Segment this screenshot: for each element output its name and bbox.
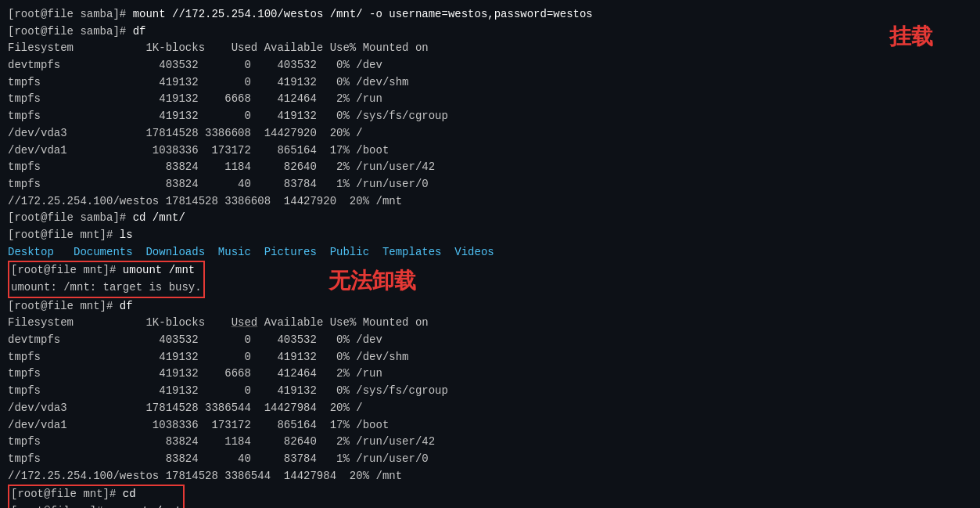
df-tmpfs3: tmpfs 419132 0 419132 0% /sys/fs/cgroup xyxy=(8,108,972,125)
umount-box: [root@file mnt]# umount /mnt umount: /mn… xyxy=(8,261,205,297)
df-vda1-2: /dev/vda1 1038336 173172 865164 17% /boo… xyxy=(8,417,972,434)
cmd-mount: mount //172.25.254.100/westos /mnt/ -o u… xyxy=(133,8,593,20)
df-tmpfs6: tmpfs 419132 0 419132 0% /dev/shm xyxy=(8,349,972,366)
df-vda3-1: /dev/vda3 17814528 3386608 14427920 20% … xyxy=(8,125,972,142)
annotation-wufa: 无法卸载 xyxy=(328,266,416,296)
df-tmpfs2: tmpfs 419132 6668 412464 2% /run xyxy=(8,91,972,108)
terminal: [root@file samba]# mount //172.25.254.10… xyxy=(0,0,980,508)
df-devtmpfs1: devtmpfs 403532 0 403532 0% /dev xyxy=(8,57,972,74)
df-header: Filesystem 1K-blocks Used Available Use%… xyxy=(8,40,972,57)
line-df1: [root@file samba]# df xyxy=(8,23,972,41)
line-df2: [root@file mnt]# df xyxy=(8,298,972,315)
df-tmpfs7: tmpfs 419132 6668 412464 2% /run xyxy=(8,366,972,383)
df-tmpfs9: tmpfs 83824 1184 82640 2% /run/user/42 xyxy=(8,434,972,451)
df-mnt1: //172.25.254.100/westos 17814528 3386608… xyxy=(8,193,972,211)
line-cd-umount: [root@file mnt]# cd [root@file ~]# umoun… xyxy=(8,485,972,508)
df-tmpfs5: tmpfs 83824 40 83784 1% /run/user/0 xyxy=(8,176,972,193)
prompt: [root@file samba]# xyxy=(8,8,133,20)
df-tmpfs8: tmpfs 419132 0 419132 0% /sys/fs/cgroup xyxy=(8,383,972,400)
cd-umount-box: [root@file mnt]# cd [root@file ~]# umoun… xyxy=(8,485,185,508)
df-vda1-1: /dev/vda1 1038336 173172 865164 17% /boo… xyxy=(8,142,972,160)
line-ls: [root@file mnt]# ls xyxy=(8,227,972,244)
ls-output: Desktop Documents Downloads Music Pictur… xyxy=(8,244,972,261)
df-devtmpfs2: devtmpfs 403532 0 403532 0% /dev xyxy=(8,332,972,349)
line-umount1: [root@file mnt]# umount /mnt umount: /mn… xyxy=(8,261,972,297)
df-tmpfs10: tmpfs 83824 40 83784 1% /run/user/0 xyxy=(8,451,972,468)
annotation-guazai: 挂载 xyxy=(889,22,933,52)
df-vda3-2: /dev/vda3 17814528 3386544 14427984 20% … xyxy=(8,400,972,417)
line-cd-mnt: [root@file samba]# cd /mnt/ xyxy=(8,210,972,227)
df-mnt2: //172.25.254.100/westos 17814528 3386544… xyxy=(8,468,972,485)
df-tmpfs4: tmpfs 83824 1184 82640 2% /run/user/42 xyxy=(8,159,972,176)
df-header2: Filesystem 1K-blocks Used Available Use%… xyxy=(8,315,972,332)
df-tmpfs1: tmpfs 419132 0 419132 0% /dev/shm xyxy=(8,74,972,92)
line-mount: [root@file samba]# mount //172.25.254.10… xyxy=(8,6,972,23)
